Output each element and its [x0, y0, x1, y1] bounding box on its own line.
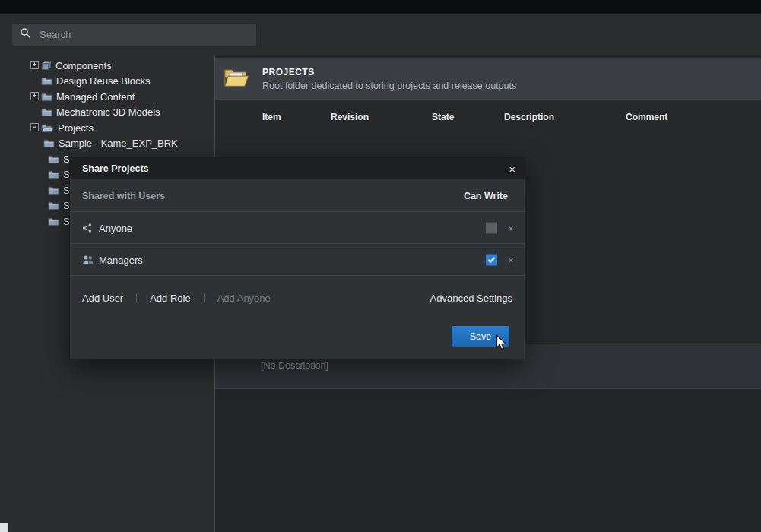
divider: [204, 293, 205, 303]
dialog-titlebar: Share Projects ×: [70, 158, 525, 179]
lower-panel: [215, 389, 761, 532]
share-row-anyone: Anyone×: [70, 212, 525, 243]
folder-header-banner: PROJECTS Root folder dedicated to storin…: [215, 58, 761, 100]
scroll-corner: [0, 523, 8, 532]
components-icon: [41, 60, 52, 71]
folder-icon: [48, 185, 59, 195]
column-header-comment[interactable]: Comment: [626, 112, 667, 122]
tree-item-label: Design Reuse Blocks: [56, 75, 151, 87]
dialog-column-head: Shared with Users Can Write: [70, 185, 525, 207]
search-bar[interactable]: [12, 24, 256, 46]
folder-icon: [48, 169, 59, 179]
tree-item-label: Projects: [58, 122, 94, 134]
users-icon: [82, 255, 94, 264]
tree-item-label: Sample - Kame_EXP_BRK: [59, 138, 178, 149]
advanced-settings-link[interactable]: Advanced Settings: [430, 293, 512, 304]
search-icon: [20, 27, 31, 42]
folder-icon: [48, 154, 59, 164]
folder-header-text: PROJECTS Root folder dedicated to storin…: [262, 67, 516, 91]
expand-icon[interactable]: +: [30, 92, 39, 100]
add-role-link[interactable]: Add Role: [150, 293, 190, 304]
can-write-label: Can Write: [464, 191, 508, 201]
tree-item-label: Components: [55, 60, 112, 71]
search-input[interactable]: [38, 28, 249, 41]
column-header-item[interactable]: Item: [262, 112, 281, 122]
can-write-checkbox[interactable]: [486, 254, 497, 265]
tree-item-sample-kame-exp-brk[interactable]: Sample - Kame_EXP_BRK: [12, 136, 246, 151]
add-anyone-link[interactable]: Add Anyone: [217, 293, 271, 304]
share-row-managers: Managers×: [70, 244, 525, 275]
save-button[interactable]: Save: [452, 326, 509, 347]
remove-icon[interactable]: ×: [508, 223, 514, 233]
folder-icon: [41, 76, 52, 86]
folder-icon: [48, 201, 59, 211]
collapse-icon[interactable]: −: [30, 123, 39, 131]
dialog-links-row: Add User Add Role Add Anyone Advanced Se…: [70, 289, 525, 307]
dialog-title: Share Projects: [82, 163, 149, 174]
expand-icon[interactable]: +: [30, 61, 39, 69]
tree-item-mechatronic-3d-models[interactable]: Mechatronic 3D Models: [12, 105, 243, 120]
share-target-name: Anyone: [99, 222, 132, 233]
projects-open-folder-icon: [224, 66, 249, 91]
divider: [70, 275, 525, 276]
close-icon[interactable]: ×: [509, 163, 515, 175]
page-subtitle: Root folder dedicated to storing project…: [262, 81, 516, 91]
folder-open-icon: [41, 123, 54, 133]
tree-item-managed-content[interactable]: +Managed Content: [12, 89, 243, 104]
folder-icon: [48, 217, 59, 226]
window-titlebar: [0, 0, 761, 14]
tree-item-components[interactable]: +Components: [12, 58, 243, 73]
can-write-checkbox[interactable]: [486, 222, 497, 233]
column-header-state[interactable]: State: [432, 112, 454, 122]
no-description-text: [No Description]: [261, 360, 328, 371]
folder-icon: [41, 107, 52, 117]
column-header-revision[interactable]: Revision: [331, 112, 369, 122]
tree-item-design-reuse-blocks[interactable]: Design Reuse Blocks: [12, 74, 243, 89]
column-header-description[interactable]: Description: [504, 112, 554, 122]
divider: [136, 293, 137, 303]
tree-item-projects[interactable]: −Projects: [12, 120, 243, 135]
share-projects-dialog: Share Projects × Shared with Users Can W…: [69, 157, 525, 359]
share-icon: [82, 223, 92, 233]
shared-with-users-label: Shared with Users: [82, 191, 165, 201]
tree-item-label: Mechatronic 3D Models: [56, 106, 160, 118]
divider: [70, 243, 525, 244]
tree-item-label: Managed Content: [56, 91, 135, 103]
page-title: PROJECTS: [262, 67, 516, 78]
folder-icon: [43, 138, 55, 148]
share-target-name: Managers: [99, 254, 143, 265]
remove-icon[interactable]: ×: [508, 255, 514, 264]
add-user-link[interactable]: Add User: [82, 293, 123, 304]
folder-icon: [41, 92, 52, 102]
